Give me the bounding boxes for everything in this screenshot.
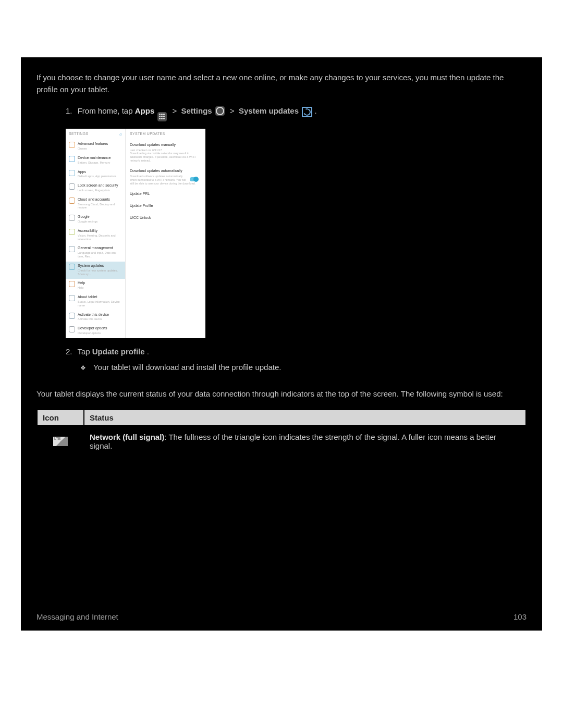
settings-item-icon: [69, 156, 75, 162]
settings-item-icon: [69, 183, 75, 190]
settings-item-icon: [69, 326, 75, 332]
settings-item-sub: Language and input, Date and time, Res..…: [78, 251, 122, 258]
settings-item-title: Lock screen and security: [78, 183, 122, 188]
settings-item-title: Google: [78, 215, 122, 219]
status-table: Icon Status LTE Network (full signal): T…: [36, 409, 527, 458]
settings-left-header: SETTINGS ⌕: [66, 129, 125, 140]
update-prl: Update PRL: [126, 188, 205, 200]
update-profile-bold: Update profile: [92, 347, 145, 356]
settings-item-title: Accessibility: [78, 229, 122, 233]
settings-item-icon: [69, 142, 75, 148]
step-2-number: 2.: [66, 347, 72, 356]
footer-section-title: Messaging and Internet: [36, 612, 118, 621]
settings-item-title: Device maintenance: [78, 156, 122, 161]
settings-left-panel: SETTINGS ⌕ Advanced featuresGamesDevice …: [66, 129, 126, 338]
step-1-prefix: From home, tap: [78, 106, 135, 115]
status-header-status: Status: [84, 410, 526, 426]
step-2-suffix: .: [147, 347, 149, 356]
settings-item-sub: Google settings: [78, 220, 122, 224]
settings-item-icon: [69, 246, 75, 252]
settings-label: Settings: [181, 106, 212, 115]
settings-left-item: HelpHelp: [66, 279, 125, 293]
settings-item-icon: [69, 313, 75, 319]
settings-item-icon: [69, 264, 75, 270]
step-2: 2. Tap Update profile . Your tablet will…: [66, 346, 527, 374]
system-updates-icon: [302, 107, 312, 117]
settings-left-item: GoogleGoogle settings: [66, 213, 125, 227]
settings-left-item: AccessibilityVision, Hearing, Dexterity …: [66, 227, 125, 244]
status-header-icon: Icon: [37, 410, 84, 426]
auto-download-toggle: [190, 177, 198, 181]
settings-left-item: Cloud and accountsSamsung Cloud, Backup …: [66, 195, 125, 213]
steps-list: 1. From home, tap Apps > Settings > Syst…: [66, 105, 527, 374]
settings-left-item: Developer optionsDeveloper options: [66, 324, 125, 338]
settings-item-sub: Check for new system updates, Show sy...: [78, 269, 122, 276]
update-profile: Update Profile: [126, 200, 205, 212]
settings-item-title: Apps: [78, 170, 122, 175]
separator-2: >: [230, 106, 237, 115]
settings-item-icon: [69, 281, 75, 287]
settings-left-item: Lock screen and securityLock screen, Fin…: [66, 181, 125, 195]
settings-left-item: Device maintenanceBattery, Storage, Memo…: [66, 154, 125, 168]
settings-item-sub: Developer options: [78, 331, 122, 335]
settings-left-item: General managementLanguage and input, Da…: [66, 244, 125, 262]
settings-item-sub: Status, Legal information, Device name: [78, 300, 122, 307]
settings-item-title: Developer options: [78, 326, 122, 331]
intro-paragraph: If you choose to change your user name a…: [36, 72, 527, 95]
step-2-prefix: Tap: [77, 347, 92, 356]
settings-left-item: Advanced featuresGames: [66, 140, 125, 154]
step-2-sub-bullet: Your tablet will download and install th…: [80, 361, 527, 374]
settings-left-item: System updatesCheck for new system updat…: [66, 262, 125, 279]
settings-item-sub: Games: [78, 147, 122, 151]
settings-item-sub: Help: [78, 286, 122, 290]
settings-item-sub: Samsung Cloud, Backup and restore: [78, 203, 122, 210]
step-1-number: 1.: [66, 106, 72, 115]
settings-left-item: About tabletStatus, Legal information, D…: [66, 293, 125, 311]
apps-icon: [157, 112, 167, 121]
settings-item-title: Cloud and accounts: [78, 198, 122, 202]
settings-item-icon: [69, 229, 75, 235]
settings-screenshot: SETTINGS ⌕ Advanced featuresGamesDevice …: [66, 129, 205, 338]
download-auto-title: Download updates automatically: [130, 169, 201, 174]
settings-item-icon: [69, 170, 75, 176]
settings-item-sub: Activate this device: [78, 317, 122, 321]
status-intro: Your tablet displays the current status …: [36, 388, 527, 400]
settings-item-title: Help: [78, 281, 122, 286]
settings-item-sub: Default apps, App permissions: [78, 175, 122, 178]
step-1-period: .: [314, 106, 316, 115]
system-updates-label: System updates: [239, 106, 299, 115]
document-page: If you choose to change your user name a…: [21, 57, 542, 631]
step-2-sublist: Your tablet will download and install th…: [80, 361, 527, 374]
settings-item-sub: Battery, Storage, Memory: [78, 161, 122, 165]
network-full-signal-bold: Network (full signal): [90, 433, 164, 441]
settings-left-header-text: SETTINGS: [69, 132, 88, 137]
settings-item-title: Advanced features: [78, 142, 122, 146]
lte-signal-icon: LTE: [53, 437, 68, 446]
download-manual-sub: Last checked on: 6/11/17 Downloading via…: [130, 149, 201, 163]
settings-item-icon: [69, 215, 75, 221]
table-row: LTE Network (full signal): The fullness …: [37, 426, 526, 457]
settings-left-item: Activate this deviceActivate this device: [66, 311, 125, 325]
settings-right-panel: SYSTEM UPDATES Download updates manually…: [126, 129, 205, 338]
page-footer: Messaging and Internet 103: [36, 612, 527, 621]
download-manual-title: Download updates manually: [130, 143, 201, 147]
search-icon: ⌕: [119, 131, 122, 137]
settings-item-sub: Lock screen, Fingerprints: [78, 189, 122, 192]
status-signal-icon-cell: LTE: [37, 426, 84, 457]
step-1: 1. From home, tap Apps > Settings > Syst…: [66, 105, 527, 338]
download-updates-automatically: Download updates automatically Download …: [126, 166, 205, 188]
settings-gear-icon: [215, 106, 225, 116]
settings-item-title: System updates: [78, 264, 122, 268]
settings-left-item: AppsDefault apps, App permissions: [66, 168, 125, 182]
settings-item-icon: [69, 295, 75, 301]
footer-page-number: 103: [513, 612, 527, 621]
settings-item-icon: [69, 198, 75, 204]
download-updates-manually: Download updates manually Last checked o…: [126, 140, 205, 166]
uicc-unlock: UICC Unlock: [126, 212, 205, 224]
separator-1: >: [173, 106, 179, 115]
step-2-sub-bullet-text: Your tablet will download and install th…: [93, 363, 282, 372]
settings-item-title: Activate this device: [78, 313, 122, 317]
settings-item-sub: Vision, Hearing, Dexterity and interacti…: [78, 234, 122, 241]
settings-item-title: About tablet: [78, 295, 122, 300]
apps-label: Apps: [135, 106, 155, 115]
